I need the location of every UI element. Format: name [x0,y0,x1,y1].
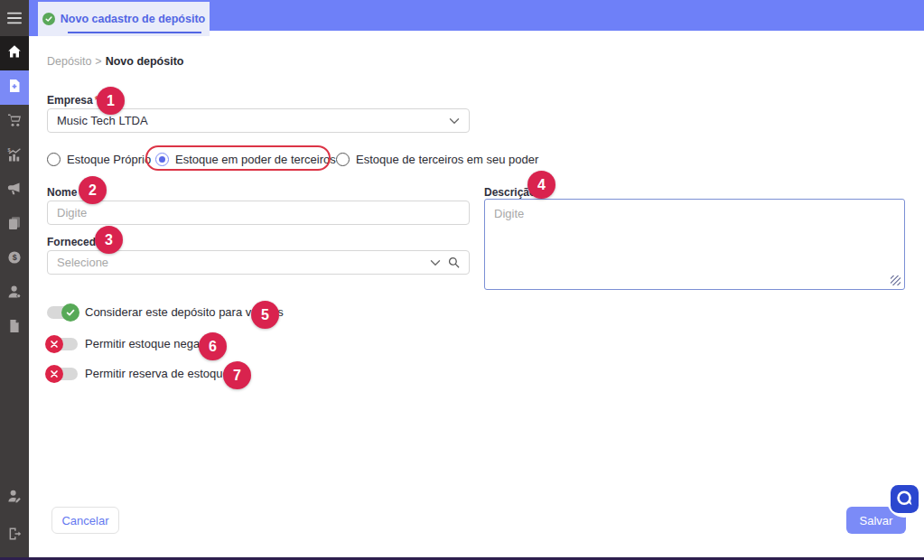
file-plus-icon [7,79,22,97]
tab-novo-cadastro-deposito[interactable]: Novo cadastro de depósito [38,2,210,36]
toggle-off[interactable] [47,368,78,380]
fornecedor-select[interactable]: Selecione [47,250,470,275]
annotation-badge-5: 5 [251,301,279,329]
dollar-coin-icon: $ [7,250,22,268]
nome-input[interactable] [47,201,470,225]
toggle-off[interactable] [47,338,78,350]
shopping-cart-icon [7,113,22,131]
user-edit-icon [7,489,22,507]
annotation-badge-4: 4 [527,171,555,199]
file-icon [7,319,22,337]
menu-icon[interactable] [0,0,29,36]
fornecedor-placeholder: Selecione [57,256,423,269]
sidebar-item-documents[interactable] [0,208,29,242]
sidebar-item-finance[interactable]: $ [0,242,29,276]
radio-estoque-proprio[interactable]: Estoque Próprio [47,153,151,166]
sidebar-item-new-document[interactable] [0,70,29,105]
toggle-row-reserva-estoque: Permitir reserva de estoque i [47,367,250,380]
user-icon [7,285,22,303]
cancel-button[interactable]: Cancelar [51,507,119,534]
sidebar-item-sales[interactable]: $ [0,139,29,173]
toggle-row-estoque-negativo: Permitir estoque negativo [47,337,218,350]
empresa-label: Empresa* [47,94,98,107]
empresa-value: Music Tech LTDA [57,114,442,127]
sidebar-item-purchases[interactable] [0,105,29,139]
sidebar-item-marketing[interactable] [0,173,29,208]
annotation-badge-1: 1 [97,87,125,115]
tab-active-underline [68,32,201,33]
documents-icon [7,216,22,234]
toggle-row-considerar-vendas: Considerar este depósito para vendas [47,305,284,319]
radio-estoque-de-terceiros-em-seu-poder[interactable]: Estoque de terceiros em seu poder [336,153,538,166]
chevron-down-icon[interactable] [449,117,460,125]
sidebar-item-reports[interactable] [0,311,29,345]
sidebar-item-account[interactable] [0,481,29,515]
nome-label: Nome [47,186,77,199]
chevron-down-icon[interactable] [430,259,441,266]
chat-bubble-icon [891,485,919,517]
sidebar: $ $ [0,0,29,560]
breadcrumb-current: Novo depósito [106,55,184,68]
breadcrumb-separator: > [95,55,101,68]
toggle-on[interactable] [47,306,78,319]
toggle-x-icon [45,335,63,353]
radio-circle[interactable] [336,153,350,166]
radio-circle[interactable] [47,153,61,166]
descricao-textarea[interactable] [484,199,905,290]
tab-success-check-icon [42,13,55,25]
sidebar-item-home[interactable] [0,36,29,70]
sidebar-item-customers[interactable] [0,276,29,311]
annotation-badge-2: 2 [79,176,107,204]
logout-icon [7,527,22,545]
sales-chart-icon: $ [7,147,22,165]
annotation-badge-7: 7 [223,361,251,389]
tab-label: Novo cadastro de depósito [61,13,205,25]
toggle-x-icon [45,365,63,383]
annotation-badge-3: 3 [95,226,123,254]
radio-circle-checked[interactable] [155,153,169,166]
search-icon[interactable] [448,257,460,268]
svg-text:$: $ [8,147,11,153]
svg-text:$: $ [13,253,17,262]
chat-launcher[interactable] [887,483,921,518]
annotation-badge-6: 6 [199,332,227,360]
breadcrumb: Depósito>Novo depósito [47,55,183,68]
megaphone-icon [7,182,22,200]
sidebar-item-logout[interactable] [0,518,29,553]
toggle-check-icon [61,303,79,322]
radio-estoque-em-poder-de-terceiros[interactable]: Estoque em poder de terceiros [155,153,336,166]
app-window: Novo cadastro de depósito $ $ [0,0,924,560]
home-icon [7,44,22,62]
breadcrumb-parent[interactable]: Depósito [47,55,91,68]
